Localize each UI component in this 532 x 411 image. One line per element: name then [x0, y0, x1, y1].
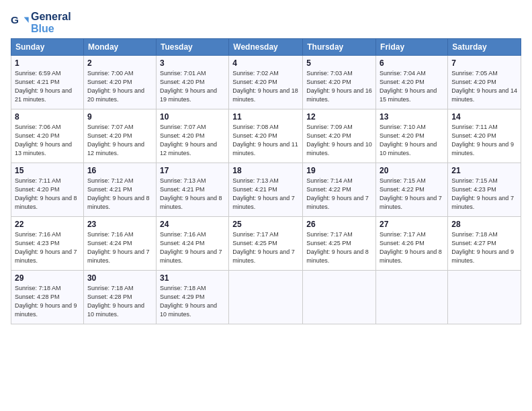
day-info: Sunrise: 7:02 AM Sunset: 4:20 PM Dayligh… — [232, 69, 299, 104]
day-number: 3 — [160, 58, 225, 68]
day-number: 5 — [306, 58, 372, 68]
day-info: Sunrise: 7:16 AM Sunset: 4:23 PM Dayligh… — [15, 230, 80, 265]
calendar-day-cell: 19 Sunrise: 7:14 AM Sunset: 4:22 PM Dayl… — [303, 163, 376, 217]
day-number: 20 — [380, 166, 444, 175]
day-info: Sunrise: 7:13 AM Sunset: 4:21 PM Dayligh… — [160, 177, 225, 212]
day-info: Sunrise: 6:59 AM Sunset: 4:21 PM Dayligh… — [15, 69, 80, 104]
day-number: 29 — [15, 273, 80, 283]
calendar-day-cell: 15 Sunrise: 7:11 AM Sunset: 4:20 PM Dayl… — [11, 163, 84, 217]
calendar-day-cell: 26 Sunrise: 7:17 AM Sunset: 4:25 PM Dayl… — [303, 217, 376, 271]
day-number: 7 — [451, 58, 517, 68]
logo-text: General Blue — [31, 11, 71, 34]
day-number: 28 — [451, 220, 517, 229]
day-number: 27 — [380, 220, 444, 229]
day-number: 2 — [87, 58, 152, 68]
day-number: 22 — [15, 220, 80, 229]
day-number: 12 — [306, 112, 372, 122]
calendar-table: SundayMondayTuesdayWednesdayThursdayFrid… — [11, 38, 521, 324]
calendar-week-row: 29 Sunrise: 7:18 AM Sunset: 4:28 PM Dayl… — [11, 271, 521, 324]
day-number: 21 — [451, 166, 517, 175]
header: G General Blue — [11, 8, 521, 34]
day-number: 16 — [87, 166, 152, 175]
logo-icon: G — [11, 13, 30, 32]
day-number: 25 — [232, 220, 299, 229]
calendar-week-row: 1 Sunrise: 6:59 AM Sunset: 4:21 PM Dayli… — [11, 56, 521, 109]
day-info: Sunrise: 7:11 AM Sunset: 4:20 PM Dayligh… — [15, 177, 80, 212]
calendar-day-cell: 23 Sunrise: 7:16 AM Sunset: 4:24 PM Dayl… — [83, 217, 156, 271]
calendar-day-cell: 2 Sunrise: 7:00 AM Sunset: 4:20 PM Dayli… — [83, 56, 156, 109]
day-info: Sunrise: 7:16 AM Sunset: 4:24 PM Dayligh… — [87, 230, 152, 265]
calendar-day-cell: 4 Sunrise: 7:02 AM Sunset: 4:20 PM Dayli… — [229, 56, 303, 109]
day-info: Sunrise: 7:06 AM Sunset: 4:20 PM Dayligh… — [15, 123, 80, 158]
calendar-day-cell: 8 Sunrise: 7:06 AM Sunset: 4:20 PM Dayli… — [11, 109, 84, 163]
svg-text:G: G — [11, 14, 19, 26]
calendar-week-row: 15 Sunrise: 7:11 AM Sunset: 4:20 PM Dayl… — [11, 163, 521, 217]
calendar-day-cell: 31 Sunrise: 7:18 AM Sunset: 4:29 PM Dayl… — [156, 271, 228, 324]
calendar-day-cell: 29 Sunrise: 7:18 AM Sunset: 4:28 PM Dayl… — [11, 271, 84, 324]
calendar-week-row: 22 Sunrise: 7:16 AM Sunset: 4:23 PM Dayl… — [11, 217, 521, 271]
calendar-day-cell: 13 Sunrise: 7:10 AM Sunset: 4:20 PM Dayl… — [376, 109, 448, 163]
calendar-day-cell: 11 Sunrise: 7:08 AM Sunset: 4:20 PM Dayl… — [229, 109, 303, 163]
day-number: 17 — [160, 166, 225, 175]
day-info: Sunrise: 7:18 AM Sunset: 4:29 PM Dayligh… — [160, 284, 225, 319]
day-number: 19 — [306, 166, 372, 175]
calendar-day-cell: 30 Sunrise: 7:18 AM Sunset: 4:28 PM Dayl… — [83, 271, 156, 324]
day-of-week-header: Saturday — [448, 39, 521, 56]
day-info: Sunrise: 7:11 AM Sunset: 4:20 PM Dayligh… — [451, 123, 517, 158]
day-number: 30 — [87, 273, 152, 283]
calendar-header-row: SundayMondayTuesdayWednesdayThursdayFrid… — [11, 39, 521, 56]
day-number: 13 — [380, 112, 444, 122]
day-number: 18 — [232, 166, 299, 175]
day-number: 11 — [232, 112, 299, 122]
logo: G General Blue — [11, 11, 71, 34]
day-info: Sunrise: 7:18 AM Sunset: 4:28 PM Dayligh… — [15, 284, 80, 319]
day-number: 10 — [160, 112, 225, 122]
day-info: Sunrise: 7:09 AM Sunset: 4:20 PM Dayligh… — [306, 123, 372, 158]
day-of-week-header: Wednesday — [229, 39, 303, 56]
calendar-day-cell: 3 Sunrise: 7:01 AM Sunset: 4:20 PM Dayli… — [156, 56, 228, 109]
calendar-day-cell: 6 Sunrise: 7:04 AM Sunset: 4:20 PM Dayli… — [376, 56, 448, 109]
day-info: Sunrise: 7:14 AM Sunset: 4:22 PM Dayligh… — [306, 177, 372, 212]
day-number: 26 — [306, 220, 372, 229]
day-of-week-header: Thursday — [303, 39, 376, 56]
day-info: Sunrise: 7:05 AM Sunset: 4:20 PM Dayligh… — [451, 69, 517, 104]
day-number: 15 — [15, 166, 80, 175]
day-info: Sunrise: 7:00 AM Sunset: 4:20 PM Dayligh… — [87, 69, 152, 104]
day-number: 6 — [380, 58, 444, 68]
day-of-week-header: Tuesday — [156, 39, 228, 56]
day-info: Sunrise: 7:01 AM Sunset: 4:20 PM Dayligh… — [160, 69, 225, 104]
calendar-day-cell: 10 Sunrise: 7:07 AM Sunset: 4:20 PM Dayl… — [156, 109, 228, 163]
calendar-day-cell: 9 Sunrise: 7:07 AM Sunset: 4:20 PM Dayli… — [83, 109, 156, 163]
day-info: Sunrise: 7:16 AM Sunset: 4:24 PM Dayligh… — [160, 230, 225, 265]
day-number: 23 — [87, 220, 152, 229]
day-number: 8 — [15, 112, 80, 122]
calendar-day-cell: 28 Sunrise: 7:18 AM Sunset: 4:27 PM Dayl… — [448, 217, 521, 271]
calendar-day-cell: 18 Sunrise: 7:13 AM Sunset: 4:21 PM Dayl… — [229, 163, 303, 217]
day-info: Sunrise: 7:13 AM Sunset: 4:21 PM Dayligh… — [232, 177, 299, 212]
calendar-day-cell: 24 Sunrise: 7:16 AM Sunset: 4:24 PM Dayl… — [156, 217, 228, 271]
calendar-day-cell: 1 Sunrise: 6:59 AM Sunset: 4:21 PM Dayli… — [11, 56, 84, 109]
day-number: 4 — [232, 58, 299, 68]
calendar-day-cell: 12 Sunrise: 7:09 AM Sunset: 4:20 PM Dayl… — [303, 109, 376, 163]
day-info: Sunrise: 7:12 AM Sunset: 4:21 PM Dayligh… — [87, 177, 152, 212]
day-number: 14 — [451, 112, 517, 122]
calendar-day-cell: 27 Sunrise: 7:17 AM Sunset: 4:26 PM Dayl… — [376, 217, 448, 271]
calendar-day-cell: 7 Sunrise: 7:05 AM Sunset: 4:20 PM Dayli… — [448, 56, 521, 109]
day-number: 9 — [87, 112, 152, 122]
calendar-day-cell: 20 Sunrise: 7:15 AM Sunset: 4:22 PM Dayl… — [376, 163, 448, 217]
day-info: Sunrise: 7:07 AM Sunset: 4:20 PM Dayligh… — [160, 123, 225, 158]
day-info: Sunrise: 7:17 AM Sunset: 4:25 PM Dayligh… — [306, 230, 372, 265]
day-info: Sunrise: 7:18 AM Sunset: 4:27 PM Dayligh… — [451, 230, 517, 265]
day-info: Sunrise: 7:17 AM Sunset: 4:25 PM Dayligh… — [232, 230, 299, 265]
day-number: 31 — [160, 273, 225, 283]
page-container: G General Blue SundayMondayTuesdayWednes… — [0, 0, 532, 330]
day-info: Sunrise: 7:18 AM Sunset: 4:28 PM Dayligh… — [87, 284, 152, 319]
day-info: Sunrise: 7:15 AM Sunset: 4:22 PM Dayligh… — [380, 177, 444, 212]
calendar-day-cell: 16 Sunrise: 7:12 AM Sunset: 4:21 PM Dayl… — [83, 163, 156, 217]
day-of-week-header: Friday — [376, 39, 448, 56]
svg-marker-1 — [24, 17, 29, 22]
calendar-day-cell: 5 Sunrise: 7:03 AM Sunset: 4:20 PM Dayli… — [303, 56, 376, 109]
calendar-day-cell: 14 Sunrise: 7:11 AM Sunset: 4:20 PM Dayl… — [448, 109, 521, 163]
calendar-day-cell — [448, 271, 521, 324]
day-info: Sunrise: 7:10 AM Sunset: 4:20 PM Dayligh… — [380, 123, 444, 158]
